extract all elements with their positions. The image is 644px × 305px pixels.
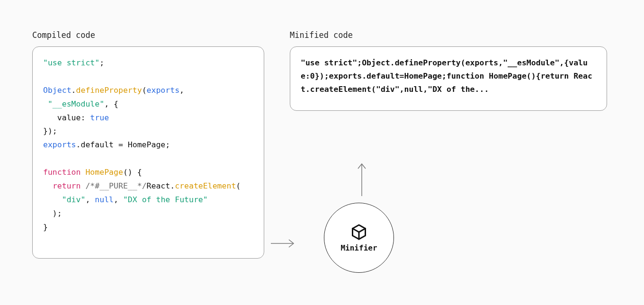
arrow-right-icon [270,238,296,249]
minified-code-column: Minified code "use strict";Object.define… [290,30,607,275]
minified-code-content: "use strict";Object.defineProperty(expor… [301,58,592,94]
arrow-right [270,238,296,251]
minifier-circle: Minifier [324,203,394,273]
cube-icon [350,224,367,241]
minifier-node: Minifier [324,203,394,273]
compiled-code-card: "use strict"; Object.defineProperty(expo… [32,46,264,259]
compiled-code-content: "use strict"; Object.defineProperty(expo… [43,58,241,232]
minified-code-label: Minified code [290,30,607,40]
compiled-code-column: Compiled code "use strict"; Object.defin… [32,30,264,275]
minifier-label: Minifier [340,243,377,252]
minified-code-card: "use strict";Object.defineProperty(expor… [290,46,607,111]
compiled-code-label: Compiled code [32,30,264,40]
arrow-up-icon [356,161,367,197]
arrow-up [356,161,367,199]
